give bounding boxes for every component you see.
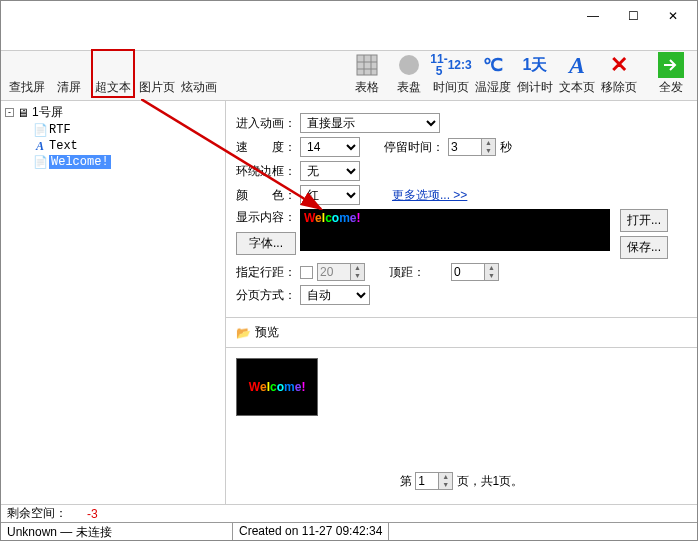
border-label: 环绕边框： [236,163,296,180]
anim-select[interactable]: 直接显示 [300,113,440,133]
border-select[interactable]: 无 [300,161,360,181]
speed-label: 速 度： [236,139,296,156]
stay-input[interactable] [449,139,481,155]
folder-icon: 📂 [236,326,251,340]
close-button[interactable]: ✕ [653,4,693,28]
preview-label: 预览 [255,324,279,341]
space-value: -3 [87,507,98,521]
doc-icon: 📄 [33,123,47,137]
status-timestamp: Created on 11-27 09:42:34 [233,523,389,540]
content-preview[interactable]: Welcome! [300,209,610,251]
preview-thumbnail[interactable]: Welcome! [236,358,318,416]
stay-label: 停留时间： [384,139,444,156]
grid-icon [353,51,381,79]
window-titlebar: — ☐ ✕ [1,1,697,31]
send-icon [657,51,685,79]
status-connection: Unknown — 未连接 [1,523,233,540]
temp-icon: ℃ [479,51,507,79]
tree-root-label: 1号屏 [32,104,63,121]
linespace-input [318,264,350,280]
tree-item-label: RTF [49,123,71,137]
paging-label: 分页方式： [236,287,296,304]
statusbar: Unknown — 未连接 Created on 11-27 09:42:34 [1,522,697,540]
maximize-button[interactable]: ☐ [613,4,653,28]
speed-select[interactable]: 14 [300,137,360,157]
text-a-icon: A [563,51,591,79]
tool-clear-screen[interactable]: 清屏 [49,51,89,98]
paging-select[interactable]: 自动 [300,285,370,305]
topspace-spinner[interactable]: ▲▼ [451,263,499,281]
more-options-link[interactable]: 更多选项... >> [392,187,467,204]
toolbar: 查找屏 清屏 超文本 图片页 炫动画 表格 表盘 11-512:3时间页 ℃温湿… [1,51,697,101]
tool-countdown[interactable]: 1天倒计时 [515,51,555,98]
time-icon: 11-512:3 [437,51,465,79]
linespace-label: 指定行距： [236,264,296,281]
tool-remove-page[interactable]: ✕移除页 [599,51,639,98]
tool-temp-humidity[interactable]: ℃温湿度 [473,51,513,98]
tool-find-screen[interactable]: 查找屏 [7,51,47,98]
doc-icon: 📄 [33,155,47,169]
tree-item-welcome[interactable]: 📄 Welcome! [3,154,223,170]
tool-table[interactable]: 表格 [347,51,387,98]
menubar [1,31,697,51]
tree-item-text[interactable]: A Text [3,138,223,154]
tree-item-label: Text [49,139,78,153]
space-label: 剩余空间： [7,505,67,522]
remove-x-icon: ✕ [605,51,633,79]
stay-unit: 秒 [500,139,512,156]
tool-text-page[interactable]: A文本页 [557,51,597,98]
tool-image-page[interactable]: 图片页 [137,51,177,98]
color-select[interactable]: 红 [300,185,360,205]
svg-rect-0 [357,55,377,75]
tree-item-label: Welcome! [49,155,111,169]
font-button[interactable]: 字体... [236,232,296,255]
save-button[interactable]: 保存... [620,236,668,259]
linespace-spinner[interactable]: ▲▼ [317,263,365,281]
content-label: 显示内容： [236,209,296,226]
svg-point-5 [399,55,419,75]
tool-time-page[interactable]: 11-512:3时间页 [431,51,471,98]
tree-root[interactable]: - 🖥 1号屏 [3,103,223,122]
anim-label: 进入动画： [236,115,296,132]
footer-space: 剩余空间： -3 [1,504,697,522]
collapse-icon[interactable]: - [5,108,14,117]
topspace-label: 顶距： [389,264,447,281]
tree-item-rtf[interactable]: 📄 RTF [3,122,223,138]
text-a-icon: A [33,139,47,153]
tool-dial[interactable]: 表盘 [389,51,429,98]
color-label: 颜 色： [236,187,296,204]
linespace-checkbox[interactable] [300,266,313,279]
topspace-input[interactable] [452,264,484,280]
tool-send-all[interactable]: 全发 [651,51,691,98]
pager: 第 ▲▼ 页，共1页。 [236,468,687,494]
tree-panel: - 🖥 1号屏 📄 RTF A Text 📄 Welcome! [1,101,226,504]
open-button[interactable]: 打开... [620,209,668,232]
page-spinner[interactable]: ▲▼ [415,472,453,490]
dial-icon [395,51,423,79]
stay-spinner[interactable]: ▲▼ [448,138,496,156]
tool-animation[interactable]: 炫动画 [179,51,219,98]
countdown-icon: 1天 [521,51,549,79]
main-panel: 进入动画： 直接显示 速 度： 14 停留时间： ▲▼ 秒 环绕边框： 无 颜 … [226,101,697,504]
minimize-button[interactable]: — [573,4,613,28]
tool-hypertext[interactable]: 超文本 [91,49,135,98]
page-input[interactable] [416,473,438,489]
screen-icon: 🖥 [16,106,30,120]
